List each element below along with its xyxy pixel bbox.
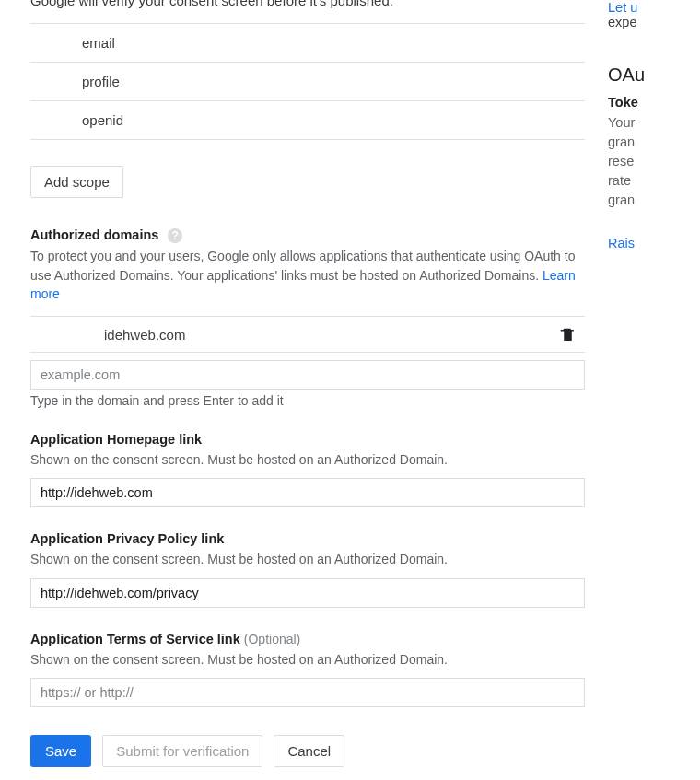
domain-hint: Type in the domain and press Enter to ad… [30,393,585,408]
side-heading: OAu [608,64,700,86]
tos-section: Application Terms of Service link (Optio… [30,632,585,707]
raise-link[interactable]: Rais [608,236,700,250]
privacy-section: Application Privacy Policy link Shown on… [30,531,585,607]
homepage-desc: Shown on the consent screen. Must be hos… [30,450,585,469]
action-row: Save Submit for verification Cancel [30,735,585,767]
side-body: Your gran rese rate gran [608,113,700,210]
scope-row: email [30,24,585,63]
privacy-desc: Shown on the consent screen. Must be hos… [30,550,585,568]
privacy-label: Application Privacy Policy link [30,531,224,546]
domain-input[interactable] [30,360,585,390]
intro-text: Google will verify your consent screen b… [30,0,585,8]
homepage-input[interactable] [30,478,585,507]
tos-label: Application Terms of Service link [30,632,244,646]
trash-icon[interactable] [560,326,576,343]
authorized-domains-section: Authorized domains ? To protect you and … [30,227,585,408]
homepage-section: Application Homepage link Shown on the c… [30,432,585,507]
privacy-input[interactable] [30,578,585,608]
scope-row: openid [30,101,585,140]
main-content: Google will verify your consent screen b… [0,0,599,767]
cancel-button[interactable]: Cancel [274,735,344,767]
side-text: expe [608,15,700,29]
side-panel: Let u expe OAu Toke Your gran rese rate … [599,0,700,767]
add-scope-button[interactable]: Add scope [30,166,123,198]
domain-value: idehweb.com [104,327,185,343]
domain-list: idehweb.com [30,316,585,353]
help-icon[interactable]: ? [168,228,182,243]
submit-verification-button[interactable]: Submit for verification [102,735,262,767]
scope-row: profile [30,63,585,101]
scope-table: email profile openid [30,23,585,140]
tos-input[interactable] [30,678,585,707]
authorized-domains-desc: To protect you and your users, Google on… [30,247,585,303]
tos-desc: Shown on the consent screen. Must be hos… [30,650,585,669]
tos-optional: (Optional) [244,632,300,646]
homepage-label: Application Homepage link [30,432,202,447]
domain-row: idehweb.com [30,317,585,353]
authorized-domains-label: Authorized domains [30,227,158,242]
side-subheading: Toke [608,95,700,110]
save-button[interactable]: Save [30,735,91,767]
side-link[interactable]: Let u [608,0,700,15]
